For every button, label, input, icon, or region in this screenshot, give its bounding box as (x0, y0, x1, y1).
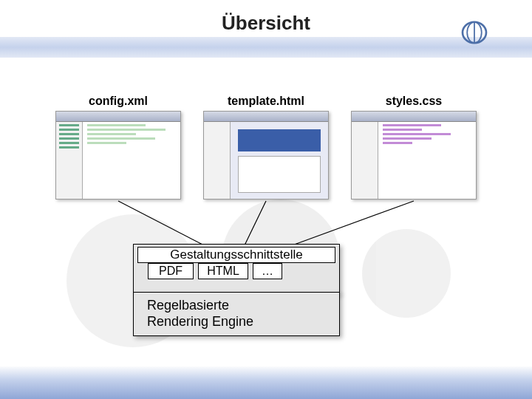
plugin-more: … (253, 263, 282, 279)
plugin-html: HTML (198, 263, 248, 279)
slide: Übersicht config.xml template.html style… (0, 0, 532, 399)
header-band (0, 37, 532, 58)
thumbnail-template (203, 111, 329, 200)
file-label-styles: styles.css (351, 95, 477, 108)
institution-logo-icon (461, 21, 488, 44)
engine-label: RegelbasierteRendering Engine (147, 298, 253, 329)
thumbnail-styles (351, 111, 477, 200)
file-label-template: template.html (203, 95, 329, 108)
engine-box: RegelbasierteRendering Engine (133, 292, 340, 336)
page-title: Übersicht (0, 12, 532, 35)
file-label-config: config.xml (55, 95, 181, 108)
footer-band (0, 366, 532, 399)
plugin-pdf: PDF (148, 263, 194, 279)
thumbnail-config (55, 111, 181, 200)
interface-box: Gestaltungsschnittstelle (137, 247, 335, 263)
